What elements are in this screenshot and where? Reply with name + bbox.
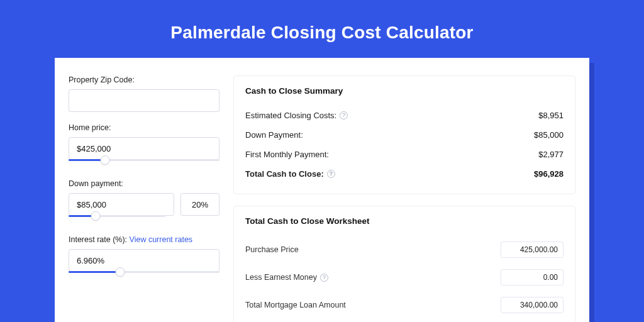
worksheet-label: Purchase Price (245, 245, 299, 254)
home-price-label: Home price: (69, 123, 219, 132)
summary-label: Down Payment: (245, 130, 303, 140)
summary-total-value: $96,928 (534, 169, 564, 179)
help-icon[interactable]: ? (327, 170, 335, 178)
worksheet-panel: Total Cash to Close Worksheet Purchase P… (233, 206, 575, 322)
interest-rate-label-text: Interest rate (%): (69, 235, 127, 244)
home-price-group: Home price: (69, 123, 219, 168)
zip-input[interactable] (69, 89, 219, 112)
summary-label-text: First Monthly Payment: (245, 150, 329, 159)
summary-value: $8,951 (538, 111, 564, 120)
card-wrapper: Property Zip Code: Home price: Down paym… (55, 58, 589, 322)
slider-thumb[interactable] (100, 155, 109, 165)
slider-thumb[interactable] (115, 267, 125, 277)
summary-title: Cash to Close Summary (245, 86, 564, 96)
summary-label: Estimated Closing Costs: ? (245, 111, 348, 120)
interest-rate-label: Interest rate (%): View current rates (69, 235, 219, 244)
worksheet-value-input[interactable] (501, 242, 564, 258)
summary-row: Estimated Closing Costs: ? $8,951 (245, 106, 564, 125)
down-payment-label: Down payment: (69, 179, 219, 188)
worksheet-label-text: Purchase Price (245, 245, 299, 254)
summary-row: Down Payment: $85,000 (245, 125, 564, 145)
summary-value: $85,000 (534, 130, 564, 140)
summary-label: First Monthly Payment: (245, 150, 329, 159)
interest-rate-input[interactable] (69, 249, 219, 272)
summary-label-text: Estimated Closing Costs: (245, 111, 336, 120)
results-column: Cash to Close Summary Estimated Closing … (233, 75, 575, 322)
worksheet-row: Less Earnest Money ? (245, 264, 564, 291)
view-rates-link[interactable]: View current rates (130, 235, 193, 244)
worksheet-label-text: Less Earnest Money (245, 273, 317, 282)
summary-total-row: Total Cash to Close: ? $96,928 (245, 164, 564, 184)
worksheet-label-text: Total Mortgage Loan Amount (245, 301, 346, 309)
worksheet-label: Total Mortgage Loan Amount (245, 301, 346, 309)
worksheet-row: Purchase Price (245, 236, 564, 264)
summary-value: $2,977 (538, 150, 564, 159)
worksheet-title: Total Cash to Close Worksheet (245, 216, 564, 226)
slider-thumb[interactable] (91, 211, 101, 221)
help-icon[interactable]: ? (340, 111, 348, 119)
slider-fill (69, 271, 120, 273)
home-price-input[interactable] (69, 137, 219, 160)
summary-label-text: Down Payment: (245, 130, 303, 140)
worksheet-label: Less Earnest Money ? (245, 273, 328, 282)
interest-rate-group: Interest rate (%): View current rates (69, 235, 219, 280)
worksheet-value-input[interactable] (501, 269, 564, 286)
down-payment-slider[interactable] (69, 215, 165, 224)
calculator-card: Property Zip Code: Home price: Down paym… (55, 58, 589, 322)
summary-row: First Monthly Payment: $2,977 (245, 145, 564, 164)
summary-total-label-text: Total Cash to Close: (245, 169, 324, 179)
worksheet-value-input[interactable] (501, 297, 564, 313)
input-column: Property Zip Code: Home price: Down paym… (69, 75, 219, 322)
zip-group: Property Zip Code: (69, 75, 219, 112)
page-title: Palmerdale Closing Cost Calculator (0, 0, 644, 58)
down-payment-group: Down payment: (69, 179, 219, 224)
down-payment-pct-input[interactable] (180, 193, 219, 216)
interest-rate-slider[interactable] (69, 271, 219, 280)
summary-panel: Cash to Close Summary Estimated Closing … (233, 75, 575, 194)
zip-label: Property Zip Code: (69, 75, 219, 84)
help-icon[interactable]: ? (320, 274, 328, 282)
worksheet-row: Total Second Mortgage Amount ? (245, 319, 564, 322)
down-payment-row (69, 193, 219, 216)
down-payment-input[interactable] (69, 193, 174, 216)
worksheet-row: Total Mortgage Loan Amount (245, 291, 564, 319)
home-price-slider[interactable] (69, 159, 219, 168)
summary-total-label: Total Cash to Close: ? (245, 169, 335, 179)
slider-fill (69, 159, 105, 161)
